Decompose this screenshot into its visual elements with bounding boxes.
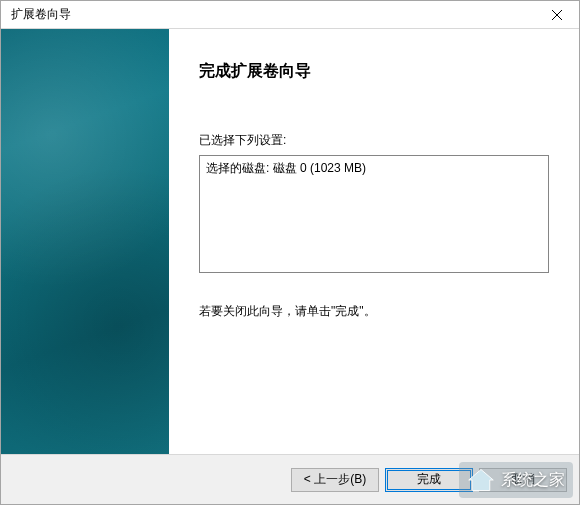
wizard-window: 扩展卷向导 完成扩展卷向导 已选择下列设置: 选择的磁盘: 磁盘 0 (1023… (0, 0, 580, 505)
wizard-heading: 完成扩展卷向导 (199, 61, 549, 82)
wizard-footer: < 上一步(B) 完成 取消 系统之家 (1, 454, 579, 504)
instruction-text: 若要关闭此向导，请单击"完成"。 (199, 303, 549, 320)
wizard-body: 完成扩展卷向导 已选择下列设置: 选择的磁盘: 磁盘 0 (1023 MB) 若… (1, 29, 579, 454)
back-button[interactable]: < 上一步(B) (291, 468, 379, 492)
wizard-sidebar-image (1, 29, 169, 454)
wizard-content: 完成扩展卷向导 已选择下列设置: 选择的磁盘: 磁盘 0 (1023 MB) 若… (169, 29, 579, 454)
finish-button[interactable]: 完成 (385, 468, 473, 492)
close-icon (552, 10, 562, 20)
window-title: 扩展卷向导 (11, 6, 71, 23)
titlebar: 扩展卷向导 (1, 1, 579, 29)
cancel-button[interactable]: 取消 (479, 468, 567, 492)
close-button[interactable] (535, 1, 579, 29)
settings-label: 已选择下列设置: (199, 132, 549, 149)
settings-item: 选择的磁盘: 磁盘 0 (1023 MB) (206, 160, 542, 177)
settings-list: 选择的磁盘: 磁盘 0 (1023 MB) (199, 155, 549, 273)
